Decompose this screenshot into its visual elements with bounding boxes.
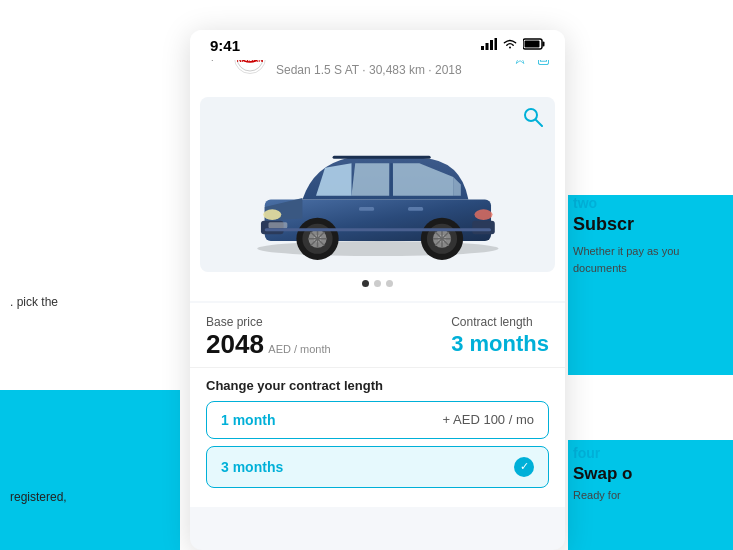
base-price-value-row: 2048 AED / month	[206, 331, 331, 357]
left-text-mid: . pick the	[10, 295, 170, 309]
contract-option-1month[interactable]: 1 month + AED 100 / mo	[206, 401, 549, 439]
svg-rect-17	[472, 220, 495, 234]
base-price-value: 2048	[206, 329, 264, 359]
svg-rect-37	[408, 207, 423, 211]
signal-icon	[481, 38, 497, 53]
svg-rect-1	[486, 43, 489, 50]
contract-option-3months-label: 3 months	[221, 459, 283, 475]
svg-rect-40	[264, 228, 490, 231]
contract-section: Change your contract length 1 month + AE…	[190, 367, 565, 507]
right-panel-bottom: four Swap o Ready for	[573, 445, 723, 501]
base-price-unit: AED / month	[268, 343, 330, 355]
battery-icon	[523, 36, 545, 54]
contract-change-label: Change your contract length	[206, 378, 549, 393]
pricing-section: Base price 2048 AED / month Contract len…	[190, 303, 565, 367]
contract-option-1month-price: + AED 100 / mo	[443, 412, 534, 427]
phone-card: 9:41 ← NISSAN Nissan	[190, 30, 565, 550]
contract-option-3months[interactable]: 3 months ✓	[206, 446, 549, 488]
car-subtitle: Sedan 1.5 S AT · 30,483 km · 2018	[276, 63, 502, 77]
car-image-container[interactable]	[200, 97, 555, 272]
status-icons	[481, 36, 545, 54]
status-time: 9:41	[210, 37, 240, 54]
svg-rect-5	[543, 42, 545, 47]
contract-length-block: Contract length 3 months	[451, 315, 549, 357]
svg-line-12	[536, 120, 542, 126]
selected-check-icon: ✓	[514, 457, 534, 477]
car-image-section	[190, 87, 565, 301]
wifi-icon	[502, 38, 518, 53]
base-price-block: Base price 2048 AED / month	[206, 315, 331, 357]
dot-1[interactable]	[362, 280, 369, 287]
dot-3[interactable]	[386, 280, 393, 287]
contract-option-1month-label: 1 month	[221, 412, 275, 428]
right-panel: two Subscr Whether it pay as you documen…	[573, 195, 723, 276]
svg-rect-39	[332, 155, 430, 158]
svg-rect-3	[495, 38, 498, 50]
svg-rect-0	[481, 46, 484, 50]
dot-2[interactable]	[374, 280, 381, 287]
status-bar: 9:41	[190, 30, 565, 60]
car-image	[227, 109, 529, 260]
svg-rect-36	[359, 207, 374, 211]
zoom-icon[interactable]	[523, 107, 543, 132]
left-text-bottom: registered,	[10, 490, 170, 504]
svg-rect-6	[525, 41, 540, 48]
image-dots	[200, 272, 555, 291]
svg-rect-38	[268, 222, 287, 228]
contract-label: Contract length	[451, 315, 549, 329]
svg-rect-2	[490, 40, 493, 50]
contract-value: 3 months	[451, 331, 549, 357]
base-price-label: Base price	[206, 315, 331, 329]
svg-point-19	[474, 209, 492, 220]
svg-point-18	[263, 209, 281, 220]
cyan-bg-bottom-left	[0, 390, 180, 550]
svg-point-11	[525, 109, 537, 121]
